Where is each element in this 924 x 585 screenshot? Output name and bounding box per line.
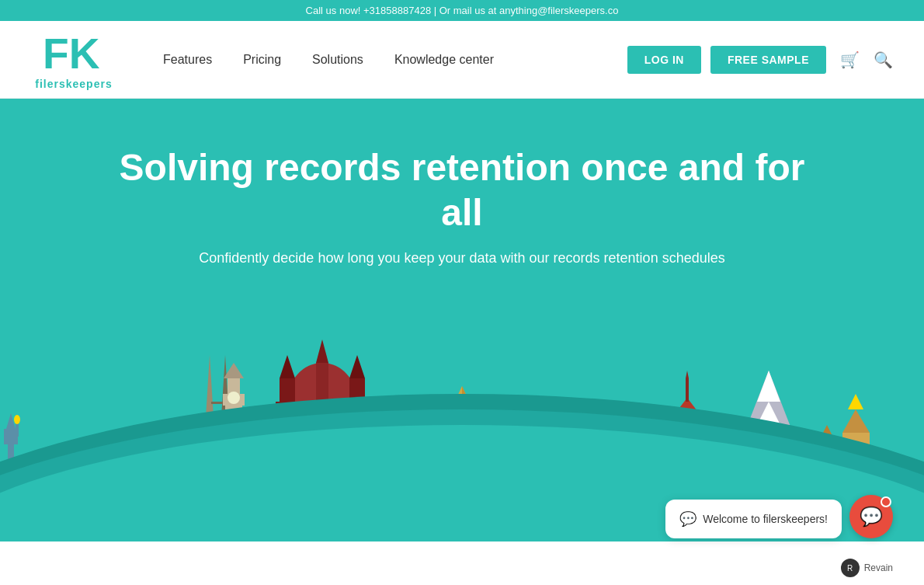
chat-bubble-icon: 💬 [679,510,696,528]
main-nav: Features Pricing Solutions Knowledge cen… [163,53,627,67]
hero-title: Solving records retention once and for a… [113,145,811,235]
chat-open-button[interactable]: 💬 [849,495,893,538]
chat-widget: 💬 Welcome to filerskeepers! 💬 [665,495,893,538]
search-icon[interactable]: 🔍 [874,50,893,69]
top-bar: Call us now! +31858887428 | Or mail us a… [0,0,924,21]
svg-rect-12 [211,402,224,404]
chat-bubble: 💬 Welcome to filerskeepers! [665,500,842,538]
logo-icon: FK [43,30,105,76]
logo-area[interactable]: FK filerskeepers [31,30,116,90]
logo-text: filerskeepers [35,78,112,90]
header-actions: LOG IN FREE SAMPLE 🛒 🔍 [627,46,893,74]
nav-item-features[interactable]: Features [163,53,212,67]
chat-button-icon: 💬 [860,506,883,528]
chat-bubble-text: Welcome to filerskeepers! [703,513,828,525]
header: FK filerskeepers Features Pricing Soluti… [0,21,924,99]
nav-item-solutions[interactable]: Solutions [312,53,363,67]
svg-rect-51 [686,378,689,402]
top-bar-text: Call us now! +31858887428 | Or mail us a… [306,5,619,16]
login-button[interactable]: LOG IN [627,46,701,74]
free-sample-button[interactable]: FREE SAMPLE [710,46,826,74]
nav-item-knowledge-center[interactable]: Knowledge center [394,53,494,67]
svg-text:FK: FK [43,30,100,76]
svg-point-17 [228,392,240,404]
hero-section: Solving records retention once and for a… [0,99,924,541]
chat-notification-dot [881,496,891,507]
hero-subtitle: Confidently decide how long you keep you… [199,250,724,266]
svg-point-7 [14,415,20,424]
cart-icon[interactable]: 🛒 [840,50,860,69]
nav-item-pricing[interactable]: Pricing [243,53,281,67]
